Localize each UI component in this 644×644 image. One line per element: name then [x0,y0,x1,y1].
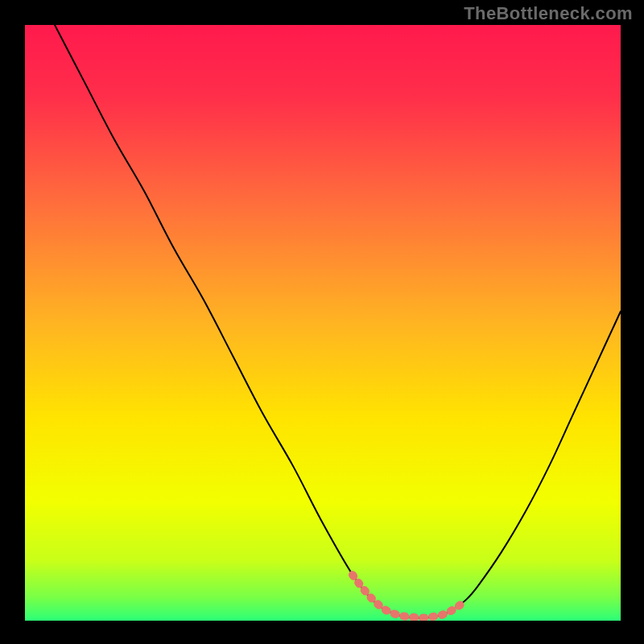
svg-rect-0 [25,25,621,621]
plot-area [25,25,621,621]
gradient-background [25,25,621,621]
watermark-text: TheBottleneck.com [464,3,633,24]
